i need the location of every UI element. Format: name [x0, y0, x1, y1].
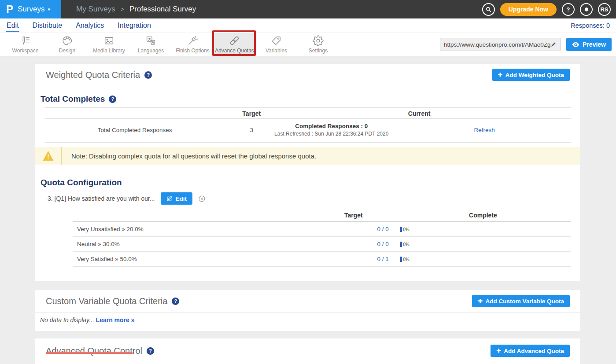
tab-edit[interactable]: Edit	[6, 20, 19, 32]
last-refreshed-timestamp: Last Refreshed : Sun Jun 28 22:36:24 PDT…	[274, 131, 388, 137]
toolbar-item-finish-options[interactable]: Finish Options	[172, 33, 214, 56]
note-banner: Note: Disabling complex quota for all qu…	[35, 147, 580, 165]
question-mark-icon: ?	[567, 6, 570, 13]
add-custom-variable-quota-button[interactable]: ✚ Add Custom Variable Quota	[472, 295, 570, 307]
magic-wand-icon	[187, 35, 198, 46]
progress-meter: 0%	[400, 257, 409, 262]
workspace-icon	[20, 35, 31, 46]
surveys-product-switcher[interactable]: P Surveys ▾	[0, 0, 61, 18]
progress-bar	[400, 257, 402, 262]
completed-responses-count: Completed Responses : 0	[274, 123, 388, 129]
answer-option-label: Neutral » 30.0%	[77, 241, 120, 247]
toolbar-item-design[interactable]: Design	[46, 33, 88, 56]
chevron-down-icon: ▾	[48, 7, 50, 12]
target-value: 3	[250, 127, 253, 133]
column-current: Current	[408, 110, 431, 117]
toolbar-item-workspace[interactable]: Workspace	[4, 33, 46, 56]
total-completes-title: Total Completes	[41, 94, 105, 104]
survey-url-field[interactable]	[440, 38, 561, 51]
breadcrumb-my-surveys[interactable]: My Surveys	[76, 5, 115, 14]
survey-url-input[interactable]	[444, 41, 550, 48]
module-nav: Edit Distribute Analytics Integration Re…	[0, 18, 616, 33]
toolbar-item-settings[interactable]: Settings	[297, 33, 339, 56]
warning-triangle-icon	[42, 151, 54, 161]
target-count: 0 / 1	[377, 256, 388, 262]
percent-value: 0%	[403, 242, 409, 247]
current-status: Completed Responses : 0 Last Refreshed :…	[274, 123, 388, 137]
upgrade-now-button[interactable]: Upgrade Now	[500, 3, 557, 16]
edit-url-pencil-icon[interactable]	[550, 41, 557, 48]
total-completes-row: Total Completed Responses 3 Completed Re…	[45, 119, 571, 143]
add-weighted-quota-button[interactable]: ✚ Add Weighted Quota	[492, 69, 570, 81]
weighted-quota-title: Weighted Quota Criteria ?	[46, 70, 152, 80]
table-row: Very Satisfied » 50.0% 0 / 1 0%	[73, 252, 571, 267]
learn-more-link[interactable]: Learn more »	[96, 316, 135, 324]
questionpro-logo: P	[6, 4, 13, 15]
tab-integration[interactable]: Integration	[117, 20, 151, 32]
custom-variable-help-icon[interactable]: ?	[172, 298, 179, 305]
weighted-quota-help-icon[interactable]: ?	[144, 71, 152, 79]
remove-quota-icon[interactable]	[198, 195, 206, 202]
custom-variable-quota-card: Custom Variable Quota Criteria ? ✚ Add C…	[35, 290, 580, 331]
notifications-button[interactable]	[580, 3, 593, 16]
progress-bar	[400, 227, 402, 232]
percent-value: 0%	[403, 257, 409, 262]
toolbar-item-languages[interactable]: Languages	[130, 33, 172, 56]
topbar-actions: Upgrade Now ? RS	[482, 0, 616, 18]
plus-icon: ✚	[496, 348, 501, 354]
column-complete: Complete	[469, 212, 497, 219]
toolbar-item-advance-quotas[interactable]: Advance Quotas	[214, 33, 255, 56]
user-avatar[interactable]: RS	[598, 3, 611, 16]
quota-question-label: 3. [Q1] How satisfied are you with our..…	[48, 195, 155, 202]
edit-quota-button[interactable]: Edit	[161, 192, 193, 205]
total-completes-header-row: Target Current	[45, 107, 571, 119]
search-button[interactable]	[482, 3, 495, 16]
plus-icon: ✚	[478, 298, 482, 304]
help-button[interactable]: ?	[562, 3, 575, 16]
custom-variable-quota-title: Custom Variable Quota Criteria ?	[46, 296, 179, 306]
advanced-quota-card: Advanced Quota Control ? ✚ Add Advanced …	[35, 338, 580, 364]
advanced-quota-help-icon[interactable]: ?	[147, 347, 154, 355]
translate-icon	[145, 35, 156, 46]
advanced-quota-title: Advanced Quota Control ?	[46, 346, 154, 356]
answer-option-label: Very Unsatisfied » 20.0%	[77, 226, 144, 232]
table-row: Neutral » 30.0% 0 / 0 0%	[73, 237, 571, 252]
top-bar: P Surveys ▾ My Surveys > Professional Su…	[0, 0, 616, 18]
total-completed-responses-label: Total Completed Responses	[98, 127, 172, 133]
tab-analytics[interactable]: Analytics	[75, 20, 104, 32]
target-count: 0 / 0	[377, 241, 388, 247]
refresh-link[interactable]: Refresh	[474, 127, 495, 133]
product-name: Surveys ▾	[18, 5, 50, 14]
add-advanced-quota-button[interactable]: ✚ Add Advanced Quota	[491, 345, 570, 357]
note-text: Note: Disabling complex quota for all qu…	[62, 147, 316, 165]
total-completes-table: Target Current Total Completed Responses…	[45, 107, 571, 143]
quota-configuration-title: Quota Configuration	[41, 178, 575, 188]
responses-count[interactable]: Responses: 0	[571, 22, 610, 29]
search-icon	[485, 6, 492, 13]
total-completes-help-icon[interactable]: ?	[109, 96, 116, 103]
chain-links-icon	[229, 35, 240, 46]
target-count: 0 / 0	[377, 226, 388, 232]
no-data-text: No data to display...	[40, 316, 94, 324]
preview-button[interactable]: Preview	[566, 38, 612, 51]
weighted-quota-card: Weighted Quota Criteria ? ✚ Add Weighted…	[35, 64, 580, 281]
quota-config-table: Target Complete Very Unsatisfied » 20.0%…	[73, 209, 571, 267]
bell-icon	[583, 6, 590, 12]
column-target: Target	[242, 110, 261, 117]
progress-bar	[400, 242, 402, 247]
table-row: Very Unsatisfied » 20.0% 0 / 0 0%	[73, 222, 571, 237]
progress-meter: 0%	[400, 242, 409, 247]
breadcrumb-separator: >	[121, 6, 124, 13]
quota-question-row: 3. [Q1] How satisfied are you with our..…	[48, 192, 580, 205]
tab-distribute[interactable]: Distribute	[32, 20, 63, 32]
module-tabs: Edit Distribute Analytics Integration	[6, 20, 151, 32]
answer-option-label: Very Satisfied » 50.0%	[77, 256, 137, 262]
toolbar-item-media-library[interactable]: Media Library	[88, 33, 130, 56]
gear-icon	[313, 35, 324, 46]
eye-icon	[572, 42, 579, 48]
edit-pencil-icon	[166, 195, 173, 202]
percent-value: 0%	[403, 227, 409, 232]
toolbar-item-variables[interactable]: Variables	[255, 33, 297, 56]
breadcrumb: My Surveys > Professional Survey	[61, 0, 196, 18]
column-target: Target	[344, 212, 363, 219]
